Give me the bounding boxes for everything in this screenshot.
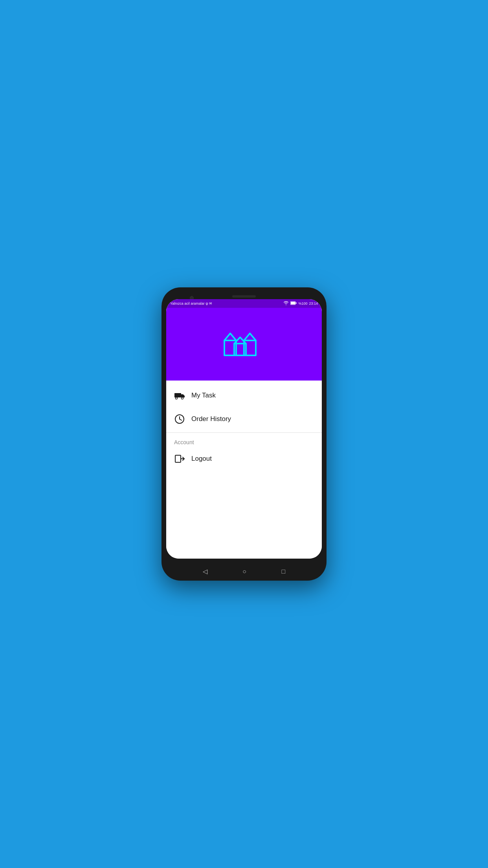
- navigation-bar: ◁ ○ □: [161, 568, 327, 575]
- status-left: Yalnızca acil aramalar ψ ✉: [170, 302, 212, 305]
- drawer-header: [166, 308, 322, 381]
- svg-rect-12: [175, 455, 181, 462]
- drawer-menu: My Task Order History: [166, 381, 322, 559]
- wifi-icon: [283, 301, 289, 306]
- logout-item[interactable]: Logout: [166, 447, 322, 471]
- phone-top-bar: [166, 292, 322, 299]
- screen: Yalnızca acil aramalar ψ ✉: [166, 299, 322, 559]
- logout-label: Logout: [191, 455, 212, 463]
- svg-rect-1: [296, 302, 297, 304]
- svg-rect-2: [291, 302, 295, 304]
- order-history-item[interactable]: Order History: [166, 407, 322, 431]
- home-button[interactable]: ○: [242, 568, 246, 575]
- svg-point-8: [182, 397, 183, 399]
- status-bar: Yalnızca acil aramalar ψ ✉: [166, 299, 322, 308]
- logout-icon: [174, 453, 185, 464]
- back-button[interactable]: ◁: [203, 568, 207, 575]
- recents-button[interactable]: □: [282, 568, 286, 575]
- svg-line-11: [180, 419, 182, 420]
- battery-icon: [290, 301, 297, 306]
- phone-frame: Yalnızca acil aramalar ψ ✉: [161, 287, 327, 581]
- order-history-label: Order History: [191, 415, 231, 423]
- my-task-item[interactable]: My Task: [166, 384, 322, 407]
- time-display: 23:14: [309, 302, 318, 305]
- screen-content: My Task Order History: [166, 308, 322, 559]
- battery-percent: %100: [298, 302, 307, 305]
- speaker: [232, 295, 256, 298]
- truck-icon: [174, 390, 185, 401]
- drawer-panel: My Task Order History: [166, 308, 322, 559]
- my-task-label: My Task: [191, 392, 216, 399]
- account-section-label: Account: [166, 434, 322, 447]
- status-text: Yalnızca acil aramalar ψ ✉: [170, 302, 212, 305]
- divider: [166, 432, 322, 433]
- svg-rect-6: [174, 393, 181, 397]
- clock-icon: [174, 414, 185, 425]
- app-logo: [222, 329, 266, 360]
- svg-point-7: [176, 397, 178, 399]
- status-right: %100 23:14: [283, 301, 318, 306]
